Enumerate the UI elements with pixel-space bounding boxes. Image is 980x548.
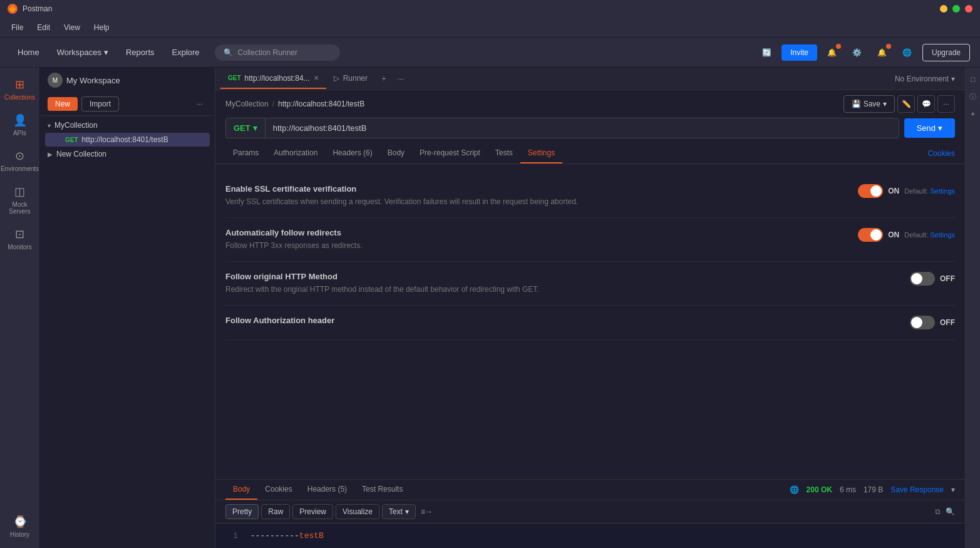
url-input[interactable] [266, 118, 899, 138]
raw-button[interactable]: Raw [261, 504, 290, 519]
notifications-icon[interactable]: 🔔 [822, 43, 842, 63]
maximize-btn[interactable] [952, 5, 960, 13]
auth-header-control: OFF [910, 316, 955, 329]
collection-name: New Collection [56, 150, 106, 158]
format-select[interactable]: Text ▾ [382, 504, 416, 519]
sidebar-item-history[interactable]: ⌚ History [3, 510, 38, 543]
search-icon: 🔍 [224, 48, 233, 57]
ssl-settings-link[interactable]: Settings [930, 187, 955, 195]
menu-view[interactable]: View [58, 21, 86, 34]
tab-get-request[interactable]: GET http://localhost:84... ✕ [220, 69, 326, 89]
collections-icon: ⊞ [15, 78, 24, 91]
more-icon[interactable]: ··· [937, 95, 955, 113]
alerts-icon[interactable]: 🔔 [872, 43, 892, 63]
req-tab-right: Cookies [928, 149, 955, 158]
import-button[interactable]: Import [81, 96, 119, 111]
sidebar-item-collections[interactable]: ⊞ Collections [3, 73, 38, 106]
response-meta: 🌐 200 OK 6 ms 179 B Save Response ▾ [790, 485, 955, 494]
cookies-button[interactable]: Cookies [928, 144, 955, 163]
main-layout: ⊞ Collections 👤 APIs ⊙ Environments ◫ Mo… [0, 68, 980, 548]
save-resp-caret[interactable]: ▾ [951, 485, 955, 494]
resp-tab-test-results[interactable]: Test Results [354, 480, 410, 500]
tab-headers[interactable]: Headers (6) [325, 143, 379, 163]
app-title: Postman [23, 4, 940, 13]
tab-body[interactable]: Body [380, 143, 412, 163]
visualize-button[interactable]: Visualize [336, 504, 379, 519]
menu-edit[interactable]: Edit [31, 21, 56, 34]
redirects-title: Automatically follow redirects [225, 228, 848, 237]
nav-reports[interactable]: Reports [118, 44, 162, 61]
new-button[interactable]: New [48, 97, 78, 111]
right-panel-btn-2[interactable]: ⓘ [967, 90, 979, 103]
collection-mycollection[interactable]: ▾ MyCollection [40, 118, 215, 132]
breadcrumb: MyCollection / http://localhost:8401/tes… [225, 100, 364, 108]
save-response-button[interactable]: Save Response [890, 485, 944, 494]
method-select[interactable]: GET ▾ [226, 118, 266, 138]
response-size: 179 B [864, 485, 883, 494]
resp-tab-headers[interactable]: Headers (5) [300, 480, 354, 500]
right-panel-btn-3[interactable]: ✦ [967, 108, 979, 120]
chevron-down-icon: ▾ [104, 48, 108, 57]
word-wrap-icon[interactable]: ≡→ [421, 507, 433, 516]
nav-explore[interactable]: Explore [165, 44, 207, 61]
right-panel-btn-1[interactable]: ◻ [967, 73, 979, 85]
copy-icon[interactable]: ⧉ [935, 507, 941, 516]
tab-authorization[interactable]: Authorization [266, 143, 325, 163]
tab-more-icon[interactable]: ··· [393, 70, 409, 88]
redirects-control: ON Default: Settings [858, 228, 955, 242]
collection-list: ▾ MyCollection GET http://localhost:8401… [40, 116, 215, 548]
search-response-icon[interactable]: 🔍 [946, 507, 955, 516]
menu-help[interactable]: Help [88, 21, 116, 34]
close-btn[interactable] [965, 5, 972, 13]
edit-icon[interactable]: ✏️ [897, 95, 915, 113]
pretty-button[interactable]: Pretty [225, 504, 259, 519]
more-options-icon[interactable]: ··· [192, 96, 207, 111]
workspace-avatar: M [48, 73, 63, 88]
sidebar-item-apis[interactable]: 👤 APIs [3, 108, 38, 142]
new-import-bar: New Import ··· [40, 93, 215, 116]
collection-runner-search[interactable]: 🔍 Collection Runner [215, 44, 340, 61]
environments-icon: ⊙ [15, 149, 24, 163]
menu-file[interactable]: File [5, 21, 29, 34]
comment-icon[interactable]: 💬 [917, 95, 935, 113]
history-icon: ⌚ [13, 515, 27, 529]
sync-icon[interactable]: 🔄 [756, 43, 776, 63]
tab-params[interactable]: Params [225, 143, 266, 163]
code-line-1: 1 ----------testB [225, 531, 955, 540]
minimize-btn[interactable]: — [940, 5, 947, 13]
sidebar-item-mock-servers[interactable]: ◫ Mock Servers [3, 180, 38, 220]
tab-pre-request[interactable]: Pre-request Script [412, 143, 488, 163]
sidebar-item-environments[interactable]: ⊙ Environments [3, 144, 38, 177]
ssl-toggle[interactable] [858, 184, 883, 198]
invite-button[interactable]: Invite [781, 44, 817, 61]
add-tab-icon[interactable]: ＋ [375, 68, 393, 89]
tab-settings[interactable]: Settings [520, 143, 562, 163]
workspace-header[interactable]: M My Workspace [40, 68, 215, 93]
tab-runner[interactable]: ▷ Runner [326, 69, 375, 89]
http-method-setting: Follow original HTTP Method Redirect wit… [225, 262, 955, 306]
preview-button[interactable]: Preview [292, 504, 333, 519]
send-caret-icon: ▾ [938, 123, 942, 133]
chevron-down-icon: ▾ [253, 123, 257, 133]
profile-icon[interactable]: 🌐 [897, 43, 917, 63]
nav-workspaces[interactable]: Workspaces ▾ [49, 44, 116, 61]
sidebar-item-monitors[interactable]: ⊡ Monitors [3, 222, 38, 256]
nav-home[interactable]: Home [10, 44, 47, 61]
collection-new[interactable]: ▶ New Collection [40, 147, 215, 161]
resp-tab-body[interactable]: Body [225, 480, 257, 500]
redirects-settings-link[interactable]: Settings [930, 231, 955, 239]
settings-icon[interactable]: ⚙️ [847, 43, 867, 63]
save-button[interactable]: 💾 Save ▾ [843, 95, 895, 113]
upgrade-button[interactable]: Upgrade [922, 44, 970, 61]
environment-selector[interactable]: No Environment ▾ [890, 72, 960, 86]
auth-header-toggle[interactable] [910, 316, 935, 329]
resp-tab-cookies[interactable]: Cookies [257, 480, 299, 500]
tab-tests[interactable]: Tests [488, 143, 520, 163]
send-button[interactable]: GET Send ▾ [904, 118, 955, 138]
redirects-toggle[interactable] [858, 228, 883, 242]
tab-close-icon[interactable]: ✕ [314, 75, 319, 81]
request-area: MyCollection / http://localhost:8401/tes… [215, 90, 965, 143]
http-method-toggle[interactable] [910, 272, 935, 286]
http-method-desc: Redirect with the original HTTP method i… [225, 284, 900, 295]
request-item-testb[interactable]: GET http://localhost:8401/testB [45, 133, 210, 147]
